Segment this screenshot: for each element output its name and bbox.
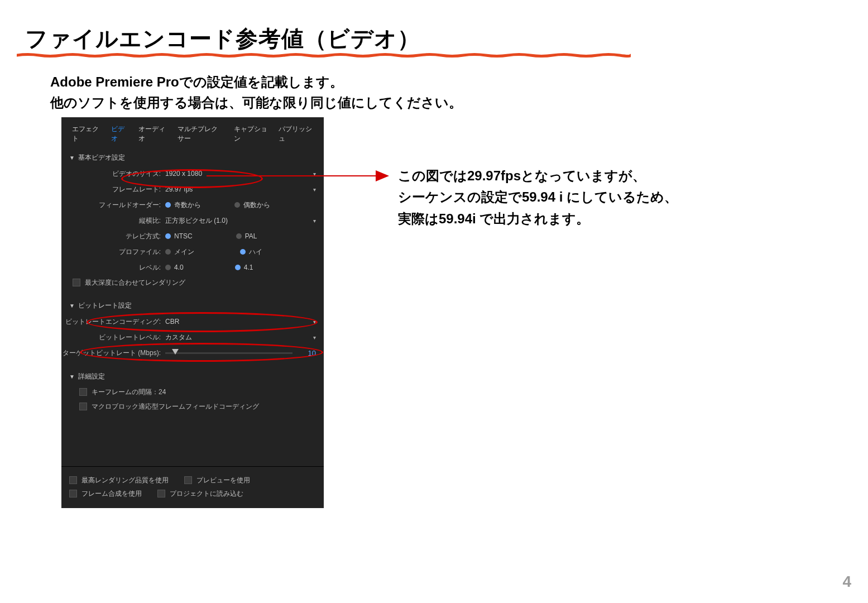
row-aspect: 縦横比: 正方形ピクセル (1.0) ▾ [61, 213, 324, 228]
radio-label: PAL [245, 232, 257, 240]
radio-level-41[interactable]: 4.1 [235, 264, 253, 271]
radio-field-even[interactable]: 偶数から [234, 200, 270, 210]
radio-ntsc[interactable]: NTSC [165, 232, 193, 240]
section-advanced[interactable]: 詳細設定 [61, 368, 324, 385]
checkbox-frame-blend[interactable]: フレーム合成を使用 [69, 489, 142, 499]
checkbox-keyframe-interval[interactable]: キーフレームの間隔：24 [61, 385, 324, 399]
label-field-order: フィールドオーダー: [61, 200, 165, 210]
slider-track[interactable] [165, 352, 292, 354]
label-target-bitrate: ターゲットビットレート (Mbps): [61, 348, 165, 358]
radio-dot-icon [236, 233, 242, 239]
desc-line-2: 他のソフトを使用する場合は、可能な限り同じ値にしてください。 [50, 95, 462, 110]
value-target-bitrate[interactable]: 10 [298, 349, 316, 357]
checkbox-max-quality[interactable]: 最高レンダリング品質を使用 [69, 476, 169, 485]
page-number: 4 [842, 573, 851, 591]
checkbox-icon [73, 279, 80, 286]
slide-description: Adobe Premiere Proでの設定値を記載します。 他のソフトを使用す… [50, 71, 462, 113]
chevron-down-icon[interactable]: ▾ [313, 218, 316, 224]
label-tv-standard: テレビ方式: [61, 232, 165, 241]
checkbox-import-project[interactable]: プロジェクトに読み込む [157, 489, 243, 499]
checkbox-icon [69, 490, 77, 497]
annotation-text: この図では29.97fpsとなっていますが、 シーケンスの設定で59.94 i … [398, 165, 678, 229]
checkbox-use-preview[interactable]: プレビューを使用 [184, 476, 250, 485]
checkbox-label: プレビューを使用 [196, 476, 250, 485]
chevron-down-icon[interactable]: ▾ [313, 171, 316, 177]
chevron-down-icon[interactable]: ▾ [313, 334, 316, 341]
value-aspect[interactable]: 正方形ピクセル (1.0) [165, 216, 228, 226]
checkbox-macroblock[interactable]: マクロブロック適応型フレームフィールドコーディング [61, 399, 324, 414]
radio-label: 4.0 [174, 264, 184, 271]
radio-label: メイン [174, 247, 194, 257]
tab-video[interactable]: ビデオ [106, 123, 133, 145]
radio-dot-icon [240, 249, 246, 255]
checkbox-label: キーフレームの間隔：24 [92, 387, 166, 397]
value-bitrate-level[interactable]: カスタム [165, 333, 192, 342]
checkbox-label: フレーム合成を使用 [81, 489, 142, 499]
value-video-size[interactable]: 1920 x 1080 [165, 170, 202, 178]
radio-dot-icon [165, 202, 171, 208]
radio-label: ハイ [249, 247, 262, 257]
radio-profile-high[interactable]: ハイ [240, 247, 262, 257]
premiere-export-panel: エフェクト ビデオ オーディオ マルチプレクサー キャプション パブリッシュ 基… [61, 117, 324, 508]
radio-label: 奇数から [174, 200, 201, 210]
label-aspect: 縦横比: [61, 216, 165, 226]
radio-level-40[interactable]: 4.0 [165, 264, 184, 271]
section-basic-video[interactable]: 基本ビデオ設定 [61, 150, 324, 166]
label-framerate: フレームレート: [61, 185, 165, 194]
value-framerate[interactable]: 29.97 fps [165, 185, 193, 193]
value-bitrate-encoding[interactable]: CBR [165, 318, 179, 326]
checkbox-max-depth[interactable]: 最大深度に合わせてレンダリング [61, 275, 324, 290]
row-bitrate-encoding: ビットレートエンコーディング: CBR ▾ [61, 314, 324, 329]
panel-tabs: エフェクト ビデオ オーディオ マルチプレクサー キャプション パブリッシュ [61, 117, 324, 150]
desc-line-1: Adobe Premiere Proでの設定値を記載します。 [50, 74, 343, 89]
row-video-size: ビデオのサイズ: 1920 x 1080 ▾ [61, 166, 324, 181]
row-tv-standard: テレビ方式: NTSC PAL [61, 228, 324, 244]
chevron-down-icon[interactable]: ▾ [313, 186, 316, 193]
label-video-size: ビデオのサイズ: [61, 169, 165, 179]
section-bitrate[interactable]: ビットレート設定 [61, 298, 324, 314]
tab-effect[interactable]: エフェクト [67, 123, 106, 145]
radio-field-odd[interactable]: 奇数から [165, 200, 201, 210]
radio-dot-icon [165, 233, 171, 239]
checkbox-icon [184, 476, 192, 484]
row-field-order: フィールドオーダー: 奇数から 偶数から [61, 197, 324, 213]
row-target-bitrate: ターゲットビットレート (Mbps): 10 [61, 345, 324, 361]
radio-dot-icon [165, 249, 171, 255]
radio-label: 4.1 [244, 264, 253, 271]
radio-label: NTSC [174, 232, 193, 240]
checkbox-label: プロジェクトに読み込む [170, 489, 243, 499]
label-profile: プロファイル: [61, 247, 165, 257]
label-bitrate-encoding: ビットレートエンコーディング: [61, 317, 165, 327]
checkbox-label: マクロブロック適応型フレームフィールドコーディング [92, 402, 259, 411]
annotation-line-3: 実際は59.94i で出力されます。 [398, 211, 589, 226]
row-profile: プロファイル: メイン ハイ [61, 244, 324, 260]
radio-label: 偶数から [243, 200, 270, 210]
label-bitrate-level: ビットレートレベル: [61, 333, 165, 342]
panel-footer: 最高レンダリング品質を使用 プレビューを使用 フレーム合成を使用 プロジェクトに… [61, 466, 324, 508]
checkbox-label: 最高レンダリング品質を使用 [81, 476, 169, 485]
tab-caption[interactable]: キャプション [229, 123, 274, 145]
slider-thumb-icon[interactable] [172, 349, 179, 355]
radio-dot-icon [235, 265, 241, 270]
row-level: レベル: 4.0 4.1 [61, 260, 324, 275]
radio-dot-icon [234, 202, 240, 208]
annotation-line-1: この図では29.97fpsとなっていますが、 [398, 168, 646, 183]
row-bitrate-level: ビットレートレベル: カスタム ▾ [61, 329, 324, 345]
label-level: レベル: [61, 263, 165, 272]
annotation-line-2: シーケンスの設定で59.94 i にしているため、 [398, 189, 678, 204]
chevron-down-icon[interactable]: ▾ [313, 319, 316, 325]
tab-multiplexer[interactable]: マルチプレクサー [172, 123, 229, 145]
checkbox-label: 最大深度に合わせてレンダリング [85, 278, 185, 288]
checkbox-icon [79, 403, 87, 410]
title-underline [17, 53, 631, 58]
radio-profile-main[interactable]: メイン [165, 247, 194, 257]
checkbox-icon [79, 388, 87, 396]
checkbox-icon [157, 490, 165, 497]
radio-pal[interactable]: PAL [236, 232, 257, 240]
tab-audio[interactable]: オーディオ [133, 123, 172, 145]
radio-dot-icon [165, 265, 171, 270]
tab-publish[interactable]: パブリッシュ [274, 123, 318, 145]
checkbox-icon [69, 476, 77, 484]
slide-title: ファイルエンコード参考値（ビデオ） [25, 23, 420, 54]
row-framerate: フレームレート: 29.97 fps ▾ [61, 181, 324, 197]
